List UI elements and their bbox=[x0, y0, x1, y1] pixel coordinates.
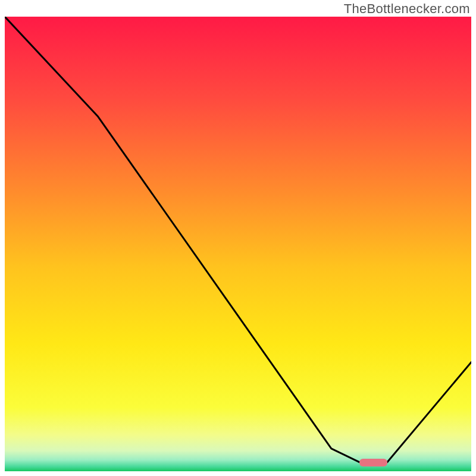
svg-rect-0 bbox=[5, 17, 471, 471]
optimal-marker bbox=[359, 459, 387, 466]
watermark-label: TheBottlenecker.com bbox=[344, 1, 470, 17]
bottleneck-chart: TheBottlenecker.com bbox=[0, 0, 476, 476]
plot-area bbox=[5, 17, 471, 471]
gradient-background bbox=[5, 17, 471, 471]
